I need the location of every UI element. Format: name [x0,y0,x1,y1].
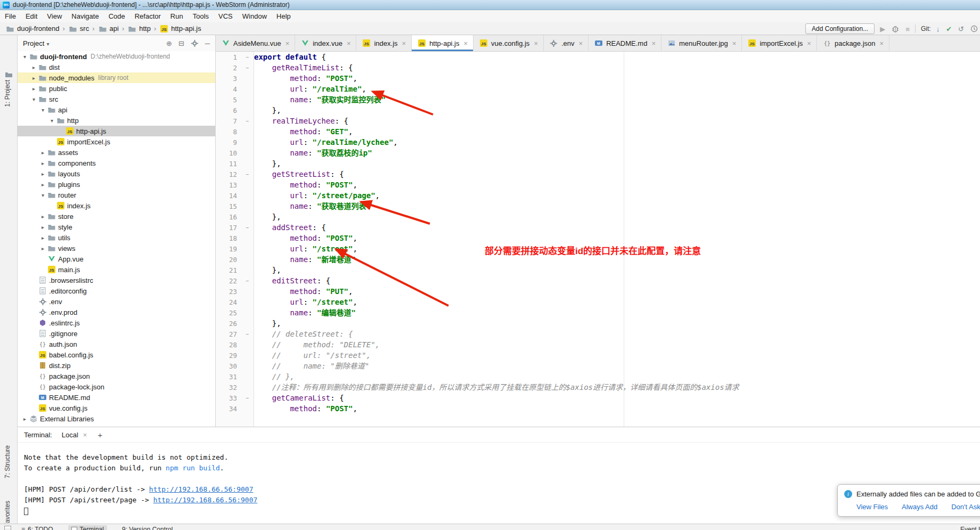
notification-action-don-t-ask-again[interactable]: Don't Ask Again [951,503,980,511]
code-text[interactable]: method: "POST", [254,180,357,190]
chevron-collapsed-icon[interactable] [30,64,38,70]
close-icon[interactable] [579,39,583,47]
tree-item-.env.prod[interactable]: .env.prod [18,307,215,317]
breadcrumb-item[interactable]: duoji-frontend [4,25,61,33]
code-text[interactable]: name: "获取荔枝的ip" [254,148,372,158]
tree-item-importExcel.js[interactable]: JSimportExcel.js [18,136,215,147]
code-text[interactable]: }, [254,105,281,116]
run-icon[interactable]: ▶ [880,26,885,32]
code-text[interactable]: }, [254,211,281,222]
chevron-collapsed-icon[interactable] [39,224,47,230]
tree-item-App.vue[interactable]: App.vue [18,254,215,264]
fold-marker-icon[interactable] [240,331,254,337]
breadcrumb-item[interactable]: http [126,25,152,33]
code-text[interactable]: getStreetList: { [254,169,344,180]
chevron-expanded-icon[interactable] [21,54,29,60]
code-text[interactable]: addStreet: { [254,222,326,233]
editor[interactable]: 1export default {2 getRealTimeList: {3 m… [216,52,980,427]
code-text[interactable]: url: "/realTime", [254,84,366,94]
tree-item-.editorconfig[interactable]: .editorconfig [18,286,215,296]
stop-icon[interactable]: ■ [905,26,910,32]
chevron-collapsed-icon[interactable] [39,160,47,166]
statusbar-terminal[interactable]: Terminal [68,525,107,530]
code-text[interactable]: }, [254,158,281,169]
code-text[interactable]: //注释：所有用到删除的接口都需要拼接变量id，所以请求方式采用了挂载在原型链上… [254,382,739,393]
commit-icon[interactable]: ✔ [946,26,952,32]
tree-item-dist.zip[interactable]: dist.zip [18,360,215,371]
code-text[interactable]: url: "/street/page", [254,190,380,201]
chevron-collapsed-icon[interactable] [39,150,47,156]
tab-.env[interactable]: .env [544,35,589,51]
code-text[interactable]: // method: "DELETE", [254,339,380,350]
statusbar-event-log[interactable]: Event Log [960,526,980,530]
close-icon[interactable] [347,39,351,47]
code-text[interactable]: // url: "/street", [254,350,371,361]
code-text[interactable]: name: "获取实时监控列表" [254,94,386,105]
tab-http-api.js[interactable]: JShttp-api.js [412,35,473,51]
history-icon[interactable] [970,25,978,32]
code-text[interactable]: export default { [254,52,326,62]
terminal-link[interactable]: http://192.168.66.56:9007 [153,496,258,504]
chevron-collapsed-icon[interactable] [39,214,47,219]
tree-item-vue.config.js[interactable]: JSvue.config.js [18,403,215,413]
tab-importExcel.js[interactable]: JSimportExcel.js [742,35,817,51]
menu-item-help[interactable]: Help [272,10,296,22]
close-icon[interactable] [534,39,538,47]
code-text[interactable]: name: "新增巷道" [254,254,356,265]
code-text[interactable]: }, [254,318,281,329]
code-text[interactable]: getRealTimeList: { [254,62,353,73]
toolwindow-button-structure[interactable]: 7: Structure [4,445,11,478]
close-icon[interactable] [732,39,737,47]
tree-item-package-lock.json[interactable]: {}package-lock.json [18,381,215,392]
tree-item-layouts[interactable]: layouts [18,168,215,179]
tab-AsideMenu.vue[interactable]: AsideMenu.vue [216,35,295,51]
menu-item-tools[interactable]: Tools [188,10,214,22]
chevron-collapsed-icon[interactable] [21,416,29,422]
tree-item-.eslintrc.js[interactable]: .eslintrc.js [18,317,215,328]
tree-item-utils[interactable]: utils [18,232,215,243]
fold-marker-icon[interactable] [240,65,254,71]
code-text[interactable]: // }, [254,371,295,382]
chevron-collapsed-icon[interactable] [30,86,38,92]
menu-item-file[interactable]: File [0,10,21,22]
tree-item-External Libraries[interactable]: External Libraries [18,413,215,424]
tree-item-README.md[interactable]: MREADME.md [18,392,215,403]
tree-item-store[interactable]: store [18,211,215,222]
code-text[interactable]: method: "POST", [254,73,357,84]
update-project-icon[interactable]: ↓ [936,26,940,32]
code-text[interactable]: name: "编辑巷道" [254,307,356,318]
rollback-icon[interactable]: ↺ [958,26,964,32]
tree-item-components[interactable]: components [18,158,215,168]
tree-item-http-api.js[interactable]: JShttp-api.js [18,126,215,136]
code-text[interactable]: // name: "删除巷道" [254,361,369,371]
tree-item-babel.config.js[interactable]: JSbabel.config.js [18,349,215,360]
new-terminal-button[interactable] [97,430,102,439]
close-icon[interactable] [464,39,468,47]
close-icon[interactable] [83,431,87,439]
close-icon[interactable] [807,39,811,47]
tab-menuRouter.jpg[interactable]: menuRouter.jpg [662,35,742,51]
fold-marker-icon[interactable] [240,225,254,231]
menu-item-code[interactable]: Code [104,10,130,22]
close-icon[interactable] [285,39,290,47]
project-toolwindow-icon[interactable] [5,71,13,79]
close-icon[interactable] [880,39,884,47]
tree-item-package.json[interactable]: {}package.json [18,371,215,381]
tree-item-duoji-frontend[interactable]: duoji-frontendD:\zheheWeb\duoji-frontend [18,51,215,62]
chevron-expanded-icon[interactable] [48,118,56,124]
fold-marker-icon[interactable] [240,395,254,401]
toolwindow-button-project[interactable]: 1: Project [4,80,11,107]
code-text[interactable]: url: "/realTime/lychee", [254,137,398,148]
add-configuration-button[interactable]: Add Configuration... [805,23,875,34]
notification-action-view-files[interactable]: View Files [856,503,888,511]
tab-package.json[interactable]: {}package.json [817,35,889,51]
menu-item-edit[interactable]: Edit [21,10,42,22]
tab-index.vue[interactable]: index.vue [295,35,356,51]
fold-marker-icon[interactable] [240,278,254,284]
tree-item-plugins[interactable]: plugins [18,179,215,190]
menu-item-navigate[interactable]: Navigate [67,10,103,22]
menu-item-refactor[interactable]: Refactor [130,10,166,22]
breadcrumb-item[interactable]: src [67,25,90,33]
chevron-expanded-icon[interactable] [30,96,38,102]
code-text[interactable]: method: "POST", [254,233,357,243]
